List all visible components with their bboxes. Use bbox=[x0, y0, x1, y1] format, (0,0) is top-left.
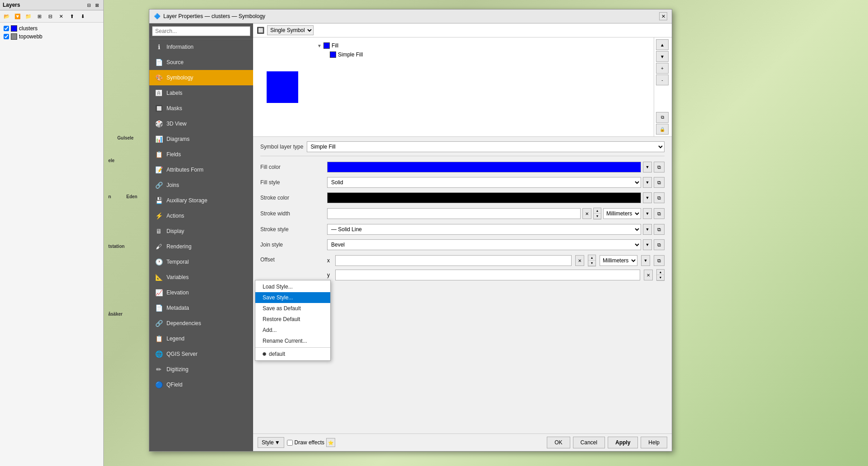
layers-remove-btn[interactable]: ✕ bbox=[56, 11, 66, 21]
ctx-item-load-style[interactable]: Load Style... bbox=[255, 281, 330, 292]
nav-item-metadata[interactable]: 📄 Metadata bbox=[149, 300, 253, 316]
stroke-width-input[interactable]: 0,260000 bbox=[327, 208, 581, 219]
fill-color-dropdown-btn[interactable]: ▼ bbox=[643, 162, 652, 172]
nav-item-legend[interactable]: 📋 Legend bbox=[149, 331, 253, 346]
dialog-close-button[interactable]: ✕ bbox=[659, 12, 667, 20]
fill-color-bar[interactable] bbox=[327, 162, 641, 172]
nav-item-rendering[interactable]: 🖌 Rendering bbox=[149, 239, 253, 254]
symbol-add-btn[interactable]: + bbox=[656, 63, 669, 74]
symbol-layer-type-select[interactable]: Simple Fill bbox=[307, 141, 665, 152]
draw-effects-settings-btn[interactable]: ⭐ bbox=[326, 438, 335, 447]
offset-unit-dropdown-btn[interactable]: ▼ bbox=[641, 255, 650, 266]
join-style-copy-btn[interactable]: ⧉ bbox=[654, 239, 665, 250]
offset-unit-select[interactable]: Millimeters bbox=[600, 255, 637, 266]
ctx-item-rename-current[interactable]: Rename Current... bbox=[255, 336, 330, 346]
stroke-style-dropdown-btn[interactable]: ▼ bbox=[643, 224, 652, 235]
layer-checkbox-topowebb[interactable] bbox=[4, 34, 9, 39]
stroke-style-copy-btn[interactable]: ⧉ bbox=[654, 224, 665, 235]
offset-x-down-btn[interactable]: ▼ bbox=[588, 261, 596, 266]
stroke-width-up-btn[interactable]: ▲ bbox=[594, 208, 601, 214]
stroke-color-dropdown-btn[interactable]: ▼ bbox=[643, 192, 652, 203]
nav-item-attributes-form[interactable]: 📝 Attributes Form bbox=[149, 162, 253, 177]
help-button[interactable]: Help bbox=[641, 437, 667, 448]
nav-item-display[interactable]: 🖥 Display bbox=[149, 224, 253, 239]
layer-name-topowebb: topowebb bbox=[19, 33, 42, 40]
nav-item-masks[interactable]: 🔲 Masks bbox=[149, 101, 253, 116]
nav-item-symbology[interactable]: 🎨 Symbology bbox=[149, 70, 253, 85]
layers-move-bottom-btn[interactable]: ⬇ bbox=[78, 11, 88, 21]
cancel-button[interactable]: Cancel bbox=[573, 437, 605, 448]
stroke-width-unit-dropdown-btn[interactable]: ▼ bbox=[643, 208, 652, 219]
layer-item-topowebb[interactable]: topowebb bbox=[2, 33, 102, 41]
symbol-remove-btn[interactable]: - bbox=[656, 75, 669, 85]
fill-style-select[interactable]: Solid bbox=[327, 177, 641, 188]
apply-button[interactable]: Apply bbox=[608, 437, 638, 448]
symbol-move-up-btn[interactable]: ▲ bbox=[656, 39, 669, 50]
nav-item-qfield[interactable]: 🔵 QField bbox=[149, 377, 253, 392]
nav-item-variables[interactable]: 📐 Variables bbox=[149, 270, 253, 285]
nav-item-diagrams[interactable]: 📊 Diagrams bbox=[149, 131, 253, 147]
layer-checkbox-clusters[interactable] bbox=[4, 26, 9, 31]
nav-item-temporal[interactable]: 🕐 Temporal bbox=[149, 254, 253, 270]
join-style-dropdown-btn[interactable]: ▼ bbox=[643, 239, 652, 250]
tree-item-simple-fill[interactable]: Simple Fill bbox=[326, 50, 650, 59]
nav-item-information[interactable]: ℹ Information bbox=[149, 39, 253, 55]
style-button[interactable]: Style ▼ bbox=[258, 437, 284, 448]
nav-item-joins[interactable]: 🔗 Joins bbox=[149, 177, 253, 193]
symbol-duplicate-btn[interactable]: ⧉ bbox=[656, 112, 669, 123]
stroke-width-copy-btn[interactable]: ⧉ bbox=[654, 208, 665, 219]
stroke-width-clear-btn[interactable]: ✕ bbox=[582, 208, 591, 219]
offset-x-input[interactable]: 0,000000 bbox=[335, 255, 572, 266]
stroke-style-label: Stroke style bbox=[260, 226, 323, 233]
nav-item-actions[interactable]: ⚡ Actions bbox=[149, 208, 253, 224]
layers-open-btn[interactable]: 📂 bbox=[2, 11, 12, 21]
offset-y-down-btn[interactable]: ▼ bbox=[657, 275, 664, 280]
offset-x-up-btn[interactable]: ▲ bbox=[588, 255, 596, 261]
stroke-color-copy-btn[interactable]: ⧉ bbox=[654, 192, 665, 203]
stroke-style-select[interactable]: — Solid Line bbox=[327, 224, 641, 235]
symbol-lock-btn[interactable]: 🔒 bbox=[656, 124, 669, 135]
symbol-move-down-btn[interactable]: ▼ bbox=[656, 51, 669, 62]
nav-item-qgis-server[interactable]: 🌐 QGIS Server bbox=[149, 346, 253, 362]
stroke-color-bar[interactable] bbox=[327, 192, 641, 203]
stroke-width-down-btn[interactable]: ▼ bbox=[594, 214, 601, 219]
offset-copy-btn[interactable]: ⧉ bbox=[654, 255, 665, 266]
layers-close-btn[interactable]: ⊟ bbox=[85, 1, 92, 9]
fill-style-copy-btn[interactable]: ⧉ bbox=[654, 177, 665, 188]
symbol-type-select[interactable]: Single Symbol bbox=[267, 25, 314, 35]
offset-y-clear-btn[interactable]: ✕ bbox=[644, 270, 653, 280]
nav-item-digitizing[interactable]: ✏ Digitizing bbox=[149, 362, 253, 377]
layers-move-top-btn[interactable]: ⬆ bbox=[67, 11, 77, 21]
nav-item-dependencies[interactable]: 🔗 Dependencies bbox=[149, 316, 253, 331]
layers-expand-btn[interactable]: ⊞ bbox=[34, 11, 44, 21]
fill-style-dropdown-btn[interactable]: ▼ bbox=[643, 177, 652, 188]
nav-item-source[interactable]: 📄 Source bbox=[149, 55, 253, 70]
layers-collapse-btn[interactable]: ⊟ bbox=[45, 11, 55, 21]
offset-y-up-btn[interactable]: ▲ bbox=[657, 270, 664, 275]
ctx-item-restore-default[interactable]: Restore Default bbox=[255, 314, 330, 325]
offset-y-input[interactable]: 0,000000 bbox=[335, 270, 640, 280]
ctx-item-save-default[interactable]: Save as Default bbox=[255, 303, 330, 314]
draw-effects-checkbox[interactable] bbox=[287, 440, 293, 446]
nav-item-elevation[interactable]: 📈 Elevation bbox=[149, 285, 253, 300]
layer-item-clusters[interactable]: clusters bbox=[2, 24, 102, 33]
layers-filter-btn[interactable]: 🔽 bbox=[13, 11, 23, 21]
nav-item-fields[interactable]: 📋 Fields bbox=[149, 147, 253, 162]
layers-add-group-btn[interactable]: 📁 bbox=[23, 11, 33, 21]
tree-item-fill[interactable]: ▼ Fill bbox=[315, 41, 650, 50]
dialog-nav: ℹ Information 📄 Source 🎨 Symbology 🅰 Lab… bbox=[149, 23, 253, 451]
join-style-select[interactable]: Bevel bbox=[327, 239, 641, 250]
ctx-item-add[interactable]: Add... bbox=[255, 325, 330, 336]
layers-maximize-btn[interactable]: ⊠ bbox=[93, 1, 101, 9]
ok-button[interactable]: OK bbox=[547, 437, 570, 448]
offset-x-clear-btn[interactable]: ✕ bbox=[575, 255, 584, 266]
stroke-color-row: Stroke color ▼ ⧉ bbox=[260, 192, 665, 203]
nav-item-auxiliary-storage[interactable]: 💾 Auxiliary Storage bbox=[149, 193, 253, 208]
ctx-item-default[interactable]: default bbox=[255, 349, 330, 359]
nav-item-3dview[interactable]: 🎲 3D View bbox=[149, 116, 253, 131]
fill-color-copy-btn[interactable]: ⧉ bbox=[654, 162, 665, 172]
ctx-item-save-style[interactable]: Save Style... bbox=[255, 292, 330, 303]
stroke-width-unit-select[interactable]: Millimeters bbox=[603, 208, 641, 219]
nav-search-input[interactable] bbox=[152, 26, 250, 36]
nav-item-labels[interactable]: 🅰 Labels bbox=[149, 85, 253, 101]
